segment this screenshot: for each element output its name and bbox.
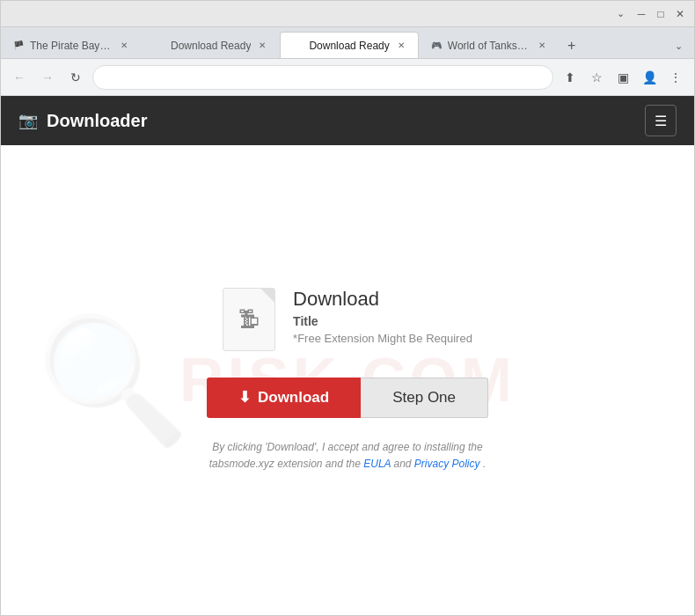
tab-close-download-1[interactable]: ✕: [256, 40, 268, 52]
app-brand: 📷 Downloader: [18, 111, 147, 131]
tab-bar: 🏴 The Pirate Bay - Th... ✕ Download Read…: [1, 27, 694, 59]
tab-title-download-1: Download Ready: [171, 40, 251, 52]
file-icon: 🗜: [223, 288, 275, 351]
legal-text: By clicking 'Download', I accept and agr…: [180, 439, 515, 473]
legal-and: and: [393, 458, 413, 470]
brand-camera-icon: 📷: [18, 111, 38, 130]
tab-favicon-wot: 🎮: [430, 40, 443, 52]
privacy-policy-link[interactable]: Privacy Policy: [414, 458, 480, 470]
tab-title-download-2: Download Ready: [309, 40, 389, 52]
hamburger-icon: ☰: [655, 113, 667, 129]
legal-after: .: [483, 458, 486, 470]
action-buttons: ⬇ Download Step One: [207, 378, 488, 418]
title-bar-controls: ⌄ ─ □ ✕: [611, 5, 687, 23]
file-note: *Free Extension Might Be Required: [293, 332, 472, 345]
download-button[interactable]: ⬇ Download: [207, 378, 361, 418]
tab-favicon-download-1: [153, 40, 165, 52]
tab-close-wot[interactable]: ✕: [536, 40, 548, 52]
file-details: Download Title *Free Extension Might Be …: [293, 288, 472, 345]
download-card: 🗜 Download Title *Free Extension Might B…: [136, 261, 559, 499]
browser-window: ⌄ ─ □ ✕ 🏴 The Pirate Bay - Th... ✕ Downl…: [0, 0, 695, 616]
legal-text-middle: extension and the: [277, 458, 363, 470]
address-bar: ← → ↻ ⬆ ☆ ▣ 👤 ⋮: [1, 59, 694, 96]
tab-world-of-tanks[interactable]: 🎮 World of Tanks—F... ✕: [419, 32, 560, 58]
page-content: 📷 Downloader ☰ 🔍 RISK.COM 🗜 Downlo: [1, 96, 694, 615]
download-heading: Download: [293, 288, 472, 311]
address-right-buttons: ⬆ ☆ ▣ 👤 ⋮: [559, 66, 687, 89]
new-tab-button[interactable]: +: [560, 33, 584, 58]
forward-button[interactable]: →: [36, 66, 59, 89]
share-icon[interactable]: ⬆: [559, 66, 582, 89]
tab-close-download-2[interactable]: ✕: [395, 40, 407, 52]
tab-title-pirate-bay: The Pirate Bay - Th...: [30, 40, 113, 52]
minimize-button[interactable]: ─: [634, 7, 648, 21]
menu-icon[interactable]: ⋮: [664, 66, 687, 89]
tab-favicon-download-2: [291, 40, 304, 52]
tab-download-ready-2[interactable]: Download Ready ✕: [280, 32, 418, 58]
close-button[interactable]: ✕: [673, 7, 687, 21]
eula-link[interactable]: EULA: [363, 458, 391, 470]
file-label: Title: [293, 314, 472, 328]
tab-close-pirate-bay[interactable]: ✕: [118, 40, 130, 52]
file-icon-symbol: 🗜: [238, 307, 260, 332]
download-info: 🗜 Download Title *Free Extension Might B…: [172, 288, 523, 351]
title-bar: ⌄ ─ □ ✕: [1, 1, 694, 27]
bookmark-icon[interactable]: ☆: [585, 66, 608, 89]
back-button[interactable]: ←: [8, 66, 31, 89]
tab-pirate-bay[interactable]: 🏴 The Pirate Bay - Th... ✕: [1, 32, 142, 58]
chevron-down-icon[interactable]: ⌄: [611, 5, 629, 23]
tab-download-ready-1[interactable]: Download Ready ✕: [142, 32, 280, 58]
step-one-label: Step One: [392, 389, 456, 406]
refresh-button[interactable]: ↻: [64, 66, 87, 89]
maximize-button[interactable]: □: [654, 7, 668, 21]
reader-mode-icon[interactable]: ▣: [611, 66, 634, 89]
main-content: 🔍 RISK.COM 🗜 Download Title *Free Extens…: [1, 145, 694, 615]
tab-chevron-icon[interactable]: ⌄: [669, 37, 687, 55]
address-input[interactable]: [92, 65, 553, 90]
download-icon: ⬇: [238, 388, 251, 407]
hamburger-button[interactable]: ☰: [645, 105, 677, 136]
tab-favicon-pirate-bay: 🏴: [12, 40, 25, 52]
app-navbar: 📷 Downloader ☰: [1, 96, 694, 145]
tab-title-wot: World of Tanks—F...: [448, 40, 530, 52]
tab-bar-right: ⌄: [669, 37, 694, 58]
account-icon[interactable]: 👤: [638, 66, 661, 89]
download-button-label: Download: [258, 389, 329, 407]
brand-name: Downloader: [47, 111, 147, 131]
step-one-button[interactable]: Step One: [361, 378, 488, 418]
